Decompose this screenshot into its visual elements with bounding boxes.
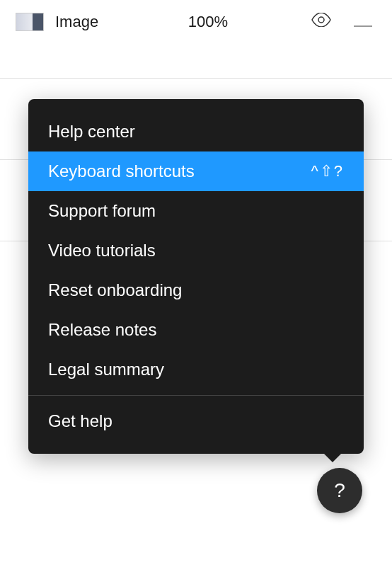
menu-item-label: Video tutorials: [48, 241, 156, 261]
menu-item-label: Support forum: [48, 201, 156, 221]
menu-item-label: Reset onboarding: [48, 280, 182, 300]
menu-item-help-center[interactable]: Help center: [28, 112, 364, 151]
menu-item-label: Get help: [48, 411, 113, 431]
question-mark-icon: ?: [334, 479, 345, 502]
layer-row[interactable]: Image 100%: [0, 0, 392, 45]
layer-thumbnail: [16, 13, 44, 31]
help-menu: Help center Keyboard shortcuts ^⇧? Suppo…: [28, 99, 364, 454]
menu-divider: [28, 395, 364, 396]
menu-pointer-tail: [323, 452, 342, 462]
menu-item-label: Help center: [48, 122, 135, 142]
menu-item-video-tutorials[interactable]: Video tutorials: [28, 231, 364, 270]
layer-opacity-value[interactable]: 100%: [123, 13, 293, 31]
menu-item-label: Release notes: [48, 320, 156, 340]
help-fab-button[interactable]: ?: [317, 468, 362, 513]
menu-item-label: Keyboard shortcuts: [48, 161, 195, 181]
menu-item-get-help[interactable]: Get help: [28, 401, 364, 441]
visibility-toggle[interactable]: [304, 13, 338, 31]
svg-point-0: [318, 17, 324, 23]
menu-item-support-forum[interactable]: Support forum: [28, 191, 364, 231]
remove-button[interactable]: [350, 13, 376, 31]
layer-name-label: Image: [55, 13, 112, 31]
menu-item-release-notes[interactable]: Release notes: [28, 310, 364, 350]
menu-item-shortcut: ^⇧?: [311, 162, 344, 181]
menu-item-keyboard-shortcuts[interactable]: Keyboard shortcuts ^⇧?: [28, 151, 364, 191]
eye-icon: [311, 13, 331, 31]
menu-item-legal-summary[interactable]: Legal summary: [28, 350, 364, 389]
menu-item-label: Legal summary: [48, 360, 164, 379]
minus-icon: [354, 25, 372, 27]
menu-item-reset-onboarding[interactable]: Reset onboarding: [28, 270, 364, 310]
